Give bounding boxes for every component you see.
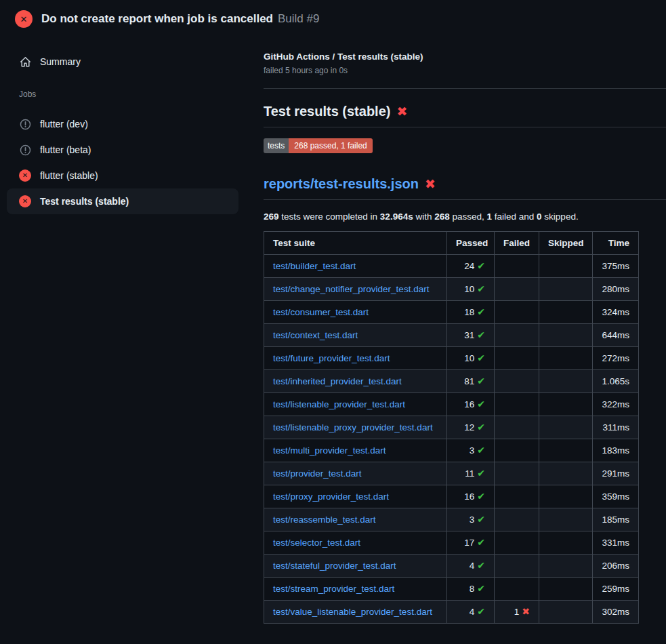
suite-link[interactable]: test/consumer_test.dart [273,307,369,317]
passed-cell: 3✔ [447,439,495,462]
sidebar-item-summary[interactable]: Summary [7,49,238,75]
passed-cell: 4✔ [447,554,495,577]
sidebar-item-label: flutter (dev) [40,119,88,129]
skipped-cell [539,577,593,600]
summary-segment: 268 [434,212,450,222]
suite-cell: test/provider_test.dart [264,462,447,485]
check-title-text: Test results (stable) [264,104,390,119]
passed-cell: 8✔ [447,577,495,600]
check-icon: ✔ [477,537,485,548]
failed-cell [495,369,539,393]
summary-segment: failed and [492,212,537,222]
suite-link[interactable]: test/stateful_provider_test.dart [273,561,396,571]
sidebar-item-label: Test results (stable) [40,196,129,207]
check-icon: ✔ [477,399,485,409]
suite-cell: test/consumer_test.dart [264,300,447,323]
failed-cell [495,577,539,600]
passed-cell: 81✔ [447,369,495,393]
check-title: Test results (stable)✖ [264,103,666,120]
suite-link[interactable]: test/change_notifier_provider_test.dart [273,284,429,294]
exclamation-circle-icon [19,118,31,130]
check-icon: ✔ [477,422,485,432]
time-cell: 259ms [593,577,639,600]
suite-cell: test/proxy_provider_test.dart [264,485,447,508]
suite-link[interactable]: test/provider_test.dart [273,468,362,479]
suite-link[interactable]: test/multi_provider_test.dart [273,445,386,456]
failed-cell [495,416,539,439]
skipped-cell [539,439,593,462]
report-file-name[interactable]: reports/test-results.json [264,176,419,191]
suite-link[interactable]: test/context_test.dart [273,330,358,340]
failed-cell [495,300,539,323]
sidebar-item-job-2[interactable]: ✕flutter (stable) [7,163,238,188]
table-row: test/reassemble_test.dart3✔185ms [264,508,639,531]
time-cell: 644ms [593,323,639,346]
suite-link[interactable]: test/value_listenable_provider_test.dart [273,607,432,617]
check-icon: ✔ [477,306,485,317]
suite-link[interactable]: test/listenable_proxy_provider_test.dart [273,422,433,432]
sidebar-item-job-3[interactable]: ✕Test results (stable) [7,188,238,214]
time-cell: 280ms [593,277,639,300]
suite-link[interactable]: test/builder_test.dart [273,261,356,271]
suite-cell: test/inherited_provider_test.dart [264,369,447,393]
x-circle-fill-icon: ✕ [19,195,31,207]
breadcrumb: GitHub Actions / Test results (stable) [264,52,666,62]
sidebar-item-job-0[interactable]: flutter (dev) [7,111,238,137]
suite-cell: test/value_listenable_provider_test.dart [264,600,447,623]
exclamation-circle-icon [19,144,31,156]
table-row: test/value_listenable_provider_test.dart… [264,600,639,623]
summary-segment: passed, [450,212,487,222]
suite-link[interactable]: test/proxy_provider_test.dart [273,491,389,502]
time-cell: 359ms [593,485,639,508]
passed-cell: 18✔ [447,300,495,323]
passed-count: 24 [464,261,474,271]
failed-cell: 1✖ [495,600,539,623]
time-cell: 331ms [593,531,639,554]
column-header-failed: Failed [495,231,539,254]
x-circle-fill-icon: ✕ [19,169,31,182]
sidebar-item-job-1[interactable]: flutter (beta) [7,137,238,163]
check-icon: ✔ [477,491,485,502]
skipped-cell [539,369,593,393]
cross-icon: ✖ [522,606,530,617]
check-icon: ✔ [477,260,485,271]
suite-cell: test/stream_provider_test.dart [264,577,447,600]
suite-link[interactable]: test/reassemble_test.dart [273,515,376,525]
report-file-link[interactable]: reports/test-results.json✖ [264,176,666,193]
passed-count: 81 [464,376,474,386]
skipped-cell [539,554,593,577]
suite-cell: test/context_test.dart [264,323,447,346]
failed-count: 1 [514,607,520,617]
failed-cell [495,485,539,508]
failed-cell [495,462,539,485]
failed-cell [495,393,539,416]
skipped-cell [539,531,593,554]
skipped-cell [539,346,593,369]
column-header-time: Time [593,231,639,254]
suite-link[interactable]: test/listenable_provider_test.dart [273,399,405,409]
suite-link[interactable]: test/selector_test.dart [273,538,360,548]
suite-cell: test/reassemble_test.dart [264,508,447,531]
build-number: Build #9 [278,12,319,25]
tests-badge: tests 268 passed, 1 failed [264,138,373,153]
check-icon: ✔ [477,583,485,594]
sidebar-item-label: flutter (stable) [40,170,98,181]
badge-label: tests [264,138,289,153]
sidebar: Summary Jobs flutter (dev)flutter (beta)… [0,35,264,214]
table-row: test/future_provider_test.dart10✔272ms [264,346,639,369]
check-icon: ✔ [477,560,485,571]
suite-link[interactable]: test/stream_provider_test.dart [273,584,394,594]
divider [264,88,666,89]
suite-link[interactable]: test/future_provider_test.dart [273,353,390,363]
column-header-passed: Passed [447,231,495,254]
suite-cell: test/listenable_proxy_provider_test.dart [264,416,447,439]
passed-count: 11 [465,468,474,479]
column-header-skipped: Skipped [539,231,593,254]
skipped-cell [539,485,593,508]
time-cell: 185ms [593,508,639,531]
check-icon: ✔ [477,329,485,340]
divider [264,199,666,200]
passed-count: 4 [470,607,475,617]
suite-link[interactable]: test/inherited_provider_test.dart [273,376,402,386]
failed-cell [495,277,539,300]
